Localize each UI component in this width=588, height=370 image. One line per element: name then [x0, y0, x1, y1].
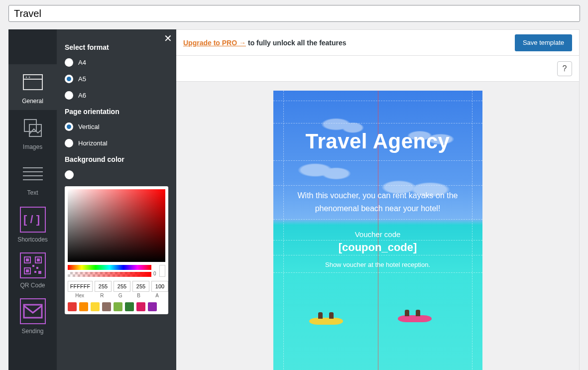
format-heading: Select format	[65, 43, 168, 51]
sidebar-item-images[interactable]: Images	[8, 110, 57, 156]
sidebar-item-label: Sending	[21, 328, 43, 335]
radio-label: Horizontal	[78, 139, 108, 147]
general-options-panel: ✕ Select format A4 A5 A6 Page orientatio…	[57, 29, 176, 370]
secondary-bar: ?	[176, 56, 579, 82]
close-icon[interactable]: ✕	[164, 32, 172, 44]
guide-line	[273, 185, 482, 186]
preset-swatches	[68, 302, 165, 311]
voucher-preview[interactable]: Travel Agency With this voucher, you can…	[273, 91, 482, 370]
preset-swatch[interactable]	[125, 302, 134, 311]
shortcode-icon: [ / ]	[20, 207, 46, 233]
alpha-value: 0	[153, 271, 156, 276]
svg-rect-16	[26, 269, 29, 272]
r-input[interactable]	[95, 281, 112, 292]
voucher-note[interactable]: Show voucher at the hotel reception.	[273, 261, 482, 268]
svg-rect-20	[38, 271, 41, 274]
bg-color-heading: Background color	[65, 155, 168, 163]
hex-label: Hex	[68, 293, 92, 298]
sidebar-item-label: Images	[23, 143, 42, 150]
r-label: R	[94, 293, 110, 298]
svg-rect-19	[34, 271, 36, 273]
tools-sidebar: General Images Text [ / ] Shortcodes	[8, 29, 57, 370]
template-title-input[interactable]	[8, 5, 580, 22]
upgrade-pro-link[interactable]: Upgrade to PRO →	[183, 39, 246, 47]
top-bar: Upgrade to PRO → to fully unlock all the…	[176, 30, 579, 56]
b-label: B	[130, 293, 147, 298]
sidebar-item-qrcode[interactable]: QR Code	[8, 247, 57, 293]
preset-swatch[interactable]	[79, 302, 88, 311]
help-button[interactable]: ?	[557, 61, 572, 76]
kayak-illustration	[398, 315, 432, 322]
voucher-code-label[interactable]: Voucher code	[273, 230, 482, 239]
a-label: A	[149, 293, 165, 298]
orientation-vertical-radio[interactable]: Vertical	[65, 123, 168, 131]
sidebar-item-shortcodes[interactable]: [ / ] Shortcodes	[8, 202, 57, 247]
window-icon	[21, 70, 45, 94]
b-input[interactable]	[132, 281, 149, 292]
hex-input[interactable]	[68, 281, 93, 292]
format-a4-radio[interactable]: A4	[65, 58, 168, 67]
sidebar-item-text[interactable]: Text	[8, 156, 57, 202]
sidebar-item-label: General	[22, 98, 43, 105]
svg-rect-21	[24, 305, 42, 318]
bg-color-swatch[interactable]	[65, 170, 74, 179]
svg-point-2	[25, 76, 27, 78]
a-input[interactable]	[151, 281, 168, 292]
svg-text:[ / ]: [ / ]	[23, 213, 40, 226]
radio-icon	[65, 123, 73, 131]
svg-rect-12	[26, 258, 29, 261]
radio-label: A5	[78, 75, 86, 83]
radio-label: A4	[78, 59, 86, 66]
alpha-slider[interactable]	[68, 272, 151, 277]
guide-line	[273, 123, 482, 123]
kayak-illustration	[309, 318, 343, 325]
saturation-area[interactable]	[68, 189, 165, 262]
voucher-title[interactable]: Travel Agency	[273, 129, 482, 153]
guide-line	[273, 160, 482, 161]
envelope-icon	[20, 298, 46, 324]
guide-line	[273, 240, 482, 241]
text-lines-icon	[21, 162, 45, 186]
hue-slider[interactable]	[68, 265, 151, 270]
svg-rect-14	[37, 258, 40, 261]
guide-line	[273, 272, 482, 273]
orientation-heading: Page orientation	[65, 108, 168, 116]
color-preview-swatch	[159, 265, 165, 277]
orientation-horizontal-radio[interactable]: Horizontal	[65, 139, 168, 147]
preset-swatch[interactable]	[114, 302, 122, 311]
sidebar-item-general[interactable]: General	[8, 64, 57, 110]
preset-swatch[interactable]	[102, 302, 111, 311]
save-template-button[interactable]: Save template	[515, 34, 572, 51]
format-a6-radio[interactable]: A6	[65, 91, 168, 100]
sidebar-item-label: Text	[27, 189, 38, 196]
guide-line	[273, 255, 482, 255]
radio-icon	[65, 91, 73, 100]
radio-label: A6	[78, 92, 86, 99]
preset-swatch[interactable]	[136, 302, 145, 311]
sidebar-item-label: Shortcodes	[17, 236, 48, 243]
preset-swatch[interactable]	[68, 302, 77, 311]
images-icon	[21, 116, 45, 140]
qrcode-icon	[20, 252, 46, 278]
question-icon: ?	[563, 64, 567, 73]
guide-line	[273, 219, 482, 220]
radio-icon	[65, 139, 73, 147]
radio-label: Vertical	[78, 123, 100, 130]
canvas-area: Travel Agency With this voucher, you can…	[176, 82, 579, 370]
voucher-description[interactable]: With this voucher, you can rent kayaks o…	[283, 189, 472, 215]
g-label: G	[112, 293, 128, 298]
svg-rect-17	[32, 265, 34, 267]
sidebar-item-label: QR Code	[20, 282, 45, 289]
voucher-code-value[interactable]: [coupon_code]	[273, 241, 482, 254]
upgrade-text: to fully unlock all the features	[248, 39, 347, 47]
guide-line	[273, 101, 482, 101]
preset-swatch[interactable]	[148, 302, 157, 311]
radio-icon	[65, 58, 73, 67]
preset-swatch[interactable]	[91, 302, 100, 311]
svg-point-3	[28, 76, 30, 78]
svg-rect-18	[36, 267, 38, 269]
format-a5-radio[interactable]: A5	[65, 75, 168, 83]
sidebar-item-sending[interactable]: Sending	[8, 293, 57, 339]
radio-icon	[65, 75, 73, 83]
g-input[interactable]	[114, 281, 130, 292]
